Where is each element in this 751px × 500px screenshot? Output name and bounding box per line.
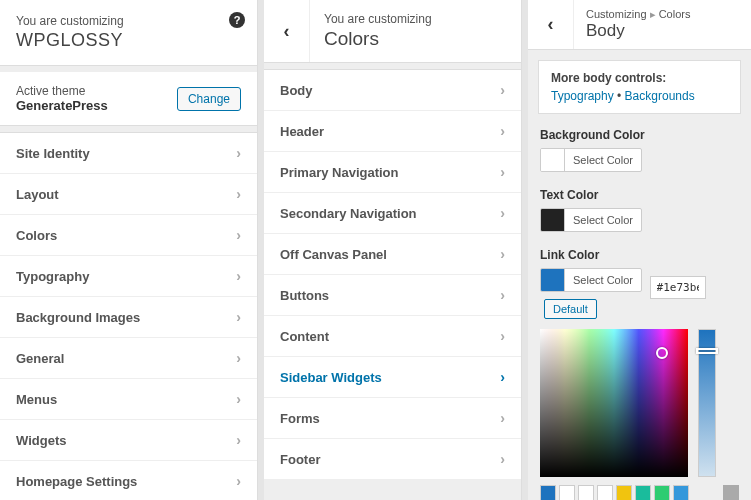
colors-sections: Body› Header› Primary Navigation› Second… <box>264 69 521 480</box>
palette-swatch[interactable] <box>540 485 556 500</box>
chevron-right-icon: › <box>500 410 505 426</box>
panel2-header: ‹ You are customizing Colors <box>264 0 521 63</box>
palette-swatch[interactable] <box>616 485 632 500</box>
link-color-control: Link Color Select Color Default <box>528 244 751 329</box>
panel3-title: Body <box>586 21 690 41</box>
customizing-label: You are customizing <box>324 12 432 26</box>
color-swatch <box>541 209 565 231</box>
chevron-right-icon: › <box>236 309 241 325</box>
customizer-body-colors-panel: ‹ Customizing ▸ Colors Body More body co… <box>528 0 751 500</box>
colors-secondary-nav[interactable]: Secondary Navigation› <box>264 193 521 234</box>
link-backgrounds[interactable]: Backgrounds <box>625 89 695 103</box>
chevron-right-icon: › <box>236 268 241 284</box>
change-theme-button[interactable]: Change <box>177 87 241 111</box>
help-icon[interactable]: ? <box>229 12 245 28</box>
default-button[interactable]: Default <box>544 299 597 319</box>
control-label: Text Color <box>540 188 739 202</box>
palette-swatch[interactable] <box>654 485 670 500</box>
panel2-title: Colors <box>324 28 432 50</box>
hue-slider[interactable] <box>698 329 716 477</box>
section-homepage-settings[interactable]: Homepage Settings› <box>0 461 257 500</box>
chevron-right-icon: › <box>236 186 241 202</box>
palette-grey <box>723 485 739 500</box>
more-controls-heading: More body controls: <box>551 71 728 85</box>
colors-header[interactable]: Header› <box>264 111 521 152</box>
customizing-label: You are customizing <box>16 14 241 28</box>
chevron-right-icon: › <box>500 328 505 344</box>
select-color-button[interactable]: Select Color <box>540 268 642 292</box>
colors-footer[interactable]: Footer› <box>264 439 521 480</box>
chevron-right-icon: › <box>236 391 241 407</box>
colors-forms[interactable]: Forms› <box>264 398 521 439</box>
palette-swatch[interactable] <box>559 485 575 500</box>
colors-content[interactable]: Content› <box>264 316 521 357</box>
color-picker <box>540 329 739 477</box>
back-button[interactable]: ‹ <box>528 0 574 49</box>
chevron-right-icon: › <box>236 145 241 161</box>
hue-handle[interactable] <box>696 348 718 354</box>
palette-swatch[interactable] <box>597 485 613 500</box>
section-background-images[interactable]: Background Images› <box>0 297 257 338</box>
palette-swatch[interactable] <box>635 485 651 500</box>
section-typography[interactable]: Typography› <box>0 256 257 297</box>
link-typography[interactable]: Typography <box>551 89 614 103</box>
customizer-sections: Site Identity› Layout› Colors› Typograph… <box>0 132 257 500</box>
control-label: Link Color <box>540 248 739 262</box>
chevron-right-icon: › <box>500 287 505 303</box>
picker-handle[interactable] <box>656 347 668 359</box>
palette-row <box>540 485 739 500</box>
active-theme-name: GeneratePress <box>16 98 108 113</box>
colors-buttons[interactable]: Buttons› <box>264 275 521 316</box>
background-color-control: Background Color Select Color <box>528 124 751 184</box>
section-colors[interactable]: Colors› <box>0 215 257 256</box>
site-title: WPGLOSSY <box>16 30 241 51</box>
palette-swatch[interactable] <box>578 485 594 500</box>
customizer-main-panel: You are customizing WPGLOSSY ? Active th… <box>0 0 258 500</box>
section-site-identity[interactable]: Site Identity› <box>0 133 257 174</box>
customizer-colors-panel: ‹ You are customizing Colors Body› Heade… <box>264 0 522 500</box>
colors-off-canvas[interactable]: Off Canvas Panel› <box>264 234 521 275</box>
chevron-right-icon: › <box>236 432 241 448</box>
chevron-right-icon: › <box>500 205 505 221</box>
chevron-right-icon: › <box>500 164 505 180</box>
hex-input[interactable] <box>650 276 706 299</box>
chevron-right-icon: › <box>500 451 505 467</box>
palette-swatch[interactable] <box>673 485 689 500</box>
chevron-right-icon: › <box>236 473 241 489</box>
section-general[interactable]: General› <box>0 338 257 379</box>
breadcrumb: Customizing ▸ Colors <box>586 8 690 21</box>
panel3-header: ‹ Customizing ▸ Colors Body <box>528 0 751 50</box>
chevron-right-icon: › <box>500 246 505 262</box>
panel1-header: You are customizing WPGLOSSY ? <box>0 0 257 66</box>
chevron-right-icon: › <box>500 82 505 98</box>
chevron-right-icon: › <box>500 123 505 139</box>
section-menus[interactable]: Menus› <box>0 379 257 420</box>
active-theme-row: Active theme GeneratePress Change <box>0 72 257 126</box>
color-swatch <box>541 149 565 171</box>
section-layout[interactable]: Layout› <box>0 174 257 215</box>
chevron-right-icon: › <box>236 350 241 366</box>
text-color-control: Text Color Select Color <box>528 184 751 244</box>
select-color-button[interactable]: Select Color <box>540 208 642 232</box>
chevron-right-icon: › <box>236 227 241 243</box>
colors-primary-nav[interactable]: Primary Navigation› <box>264 152 521 193</box>
colors-sidebar-widgets[interactable]: Sidebar Widgets› <box>264 357 521 398</box>
chevron-right-icon: › <box>500 369 505 385</box>
select-color-button[interactable]: Select Color <box>540 148 642 172</box>
more-controls-box: More body controls: Typography • Backgro… <box>538 60 741 114</box>
color-gradient-area[interactable] <box>540 329 688 477</box>
color-swatch <box>541 269 565 291</box>
control-label: Background Color <box>540 128 739 142</box>
colors-body[interactable]: Body› <box>264 70 521 111</box>
back-button[interactable]: ‹ <box>264 0 310 62</box>
active-theme-label: Active theme <box>16 84 108 98</box>
section-widgets[interactable]: Widgets› <box>0 420 257 461</box>
